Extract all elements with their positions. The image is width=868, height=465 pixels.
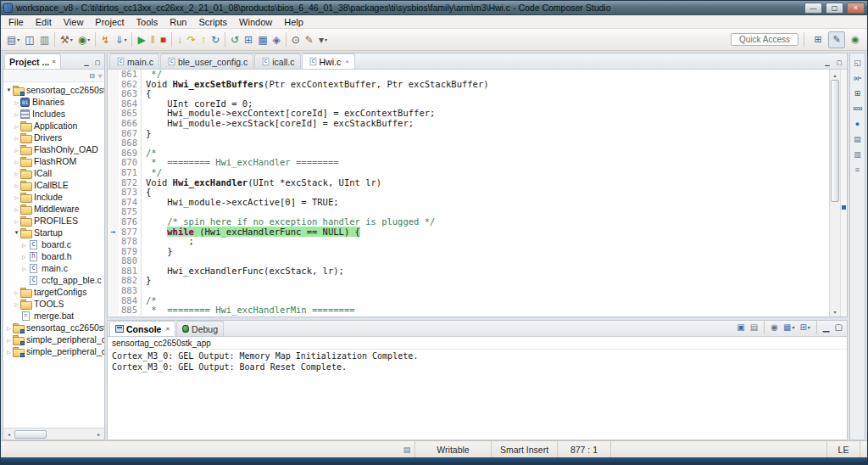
show-console-output-button[interactable]: ▣ <box>735 320 746 334</box>
tree-item-includes[interactable]: ▷Includes <box>3 108 104 120</box>
menu-run[interactable]: Run <box>164 16 192 28</box>
code-line-866[interactable]: 866 Hwi_module->excStack[coreId] = excSt… <box>108 119 829 129</box>
search-button[interactable]: ⊙ <box>289 31 303 48</box>
menu-view[interactable]: View <box>58 16 90 28</box>
expand-arrow-icon[interactable]: ▷ <box>5 349 13 355</box>
tree-item-flashonly-oad[interactable]: ▷FlashOnly_OAD <box>3 143 104 155</box>
menu-scripts[interactable]: Scripts <box>192 16 233 28</box>
close-icon[interactable]: × <box>52 58 56 65</box>
scrollbar-thumb[interactable] <box>14 430 47 439</box>
scroll-down-icon[interactable]: ▾ <box>830 306 840 317</box>
menu-tools[interactable]: Tools <box>131 16 164 28</box>
tree-item-drivers[interactable]: ▷Drivers <box>3 132 104 143</box>
tree-item-sensortag-cc2650stk[interactable]: ▷sensortag_cc2650stk_ <box>3 322 104 333</box>
editor-tab-hwi-c[interactable]: Hwi.c× <box>302 53 355 69</box>
tree-item-include[interactable]: ▷Include <box>3 191 104 203</box>
console-tab-debug[interactable]: Debug <box>176 321 224 336</box>
tree-item-tools[interactable]: ▷TOOLS <box>3 298 104 310</box>
view-menu-button[interactable]: ▿ <box>98 72 102 80</box>
expand-arrow-icon[interactable]: ▷ <box>13 147 20 153</box>
scroll-right-icon[interactable]: ▸ <box>93 429 104 440</box>
expand-arrow-icon[interactable]: ▷ <box>13 135 20 141</box>
flash-button[interactable]: ⇓▾ <box>112 31 129 48</box>
tree-item-ccfg-app-ble-c[interactable]: ccfg_app_ble.c <box>3 274 104 286</box>
expand-arrow-icon[interactable]: ▷ <box>13 159 20 165</box>
menu-project[interactable]: Project <box>89 16 130 28</box>
maximize-panel-button[interactable]: ▢ <box>92 59 103 66</box>
tree-item-merge-bat[interactable]: merge.bat <box>3 310 104 322</box>
build-button[interactable]: ⚒▾ <box>58 31 75 48</box>
modules-icon[interactable]: ▤ <box>851 133 864 145</box>
editor-tab-ble-user-config-c[interactable]: ble_user_config.c <box>160 53 253 69</box>
expand-arrow-icon[interactable]: ▷ <box>20 254 28 260</box>
expand-arrow-icon[interactable]: ▷ <box>13 171 20 176</box>
console-output[interactable]: Cortex_M3_0: GEL Output: Memory Map Init… <box>108 350 847 440</box>
memory-browser-icon[interactable]: ▥ <box>851 148 864 160</box>
expand-arrow-icon[interactable]: ▷ <box>13 218 20 224</box>
expand-arrow-icon[interactable]: ▷ <box>5 325 13 331</box>
project-tree-hscrollbar[interactable]: ◂ ▸ <box>3 428 104 440</box>
expand-arrow-icon[interactable]: ▷ <box>20 242 28 248</box>
display-console-button[interactable]: ▦▾ <box>782 320 796 334</box>
close-tab-icon[interactable]: × <box>165 325 170 333</box>
tab-project-explorer[interactable]: Project ... × <box>4 53 61 69</box>
collapse-arrow-icon[interactable]: ▼ <box>5 87 13 92</box>
code-line-885[interactable]: 885 * ======== Hwi_excHandlerMin =======… <box>108 305 829 316</box>
expand-arrow-icon[interactable]: ▷ <box>20 266 28 272</box>
save-button[interactable]: ◫ <box>22 31 36 48</box>
scrollbar-track[interactable] <box>831 80 839 306</box>
maximize-console-button[interactable]: ▢ <box>833 320 844 334</box>
step-into-button[interactable]: ↓ <box>175 31 185 48</box>
registers-button[interactable]: ⊞ <box>242 31 255 48</box>
overview-annotation[interactable] <box>842 205 846 210</box>
overview-ruler[interactable] <box>840 70 847 317</box>
editor-tab-main-c[interactable]: main.c <box>109 53 159 69</box>
tree-item-targetconfigs[interactable]: ▷targetConfigs <box>3 286 104 298</box>
expand-arrow-icon[interactable]: ▷ <box>13 289 20 295</box>
minimize-window-button[interactable]: — <box>804 3 822 14</box>
tree-item-binaries[interactable]: ▷Binaries <box>3 96 104 108</box>
tree-item-flashrom[interactable]: ▷FlashROM <box>3 155 104 167</box>
code-line-862[interactable]: 862Void Hwi_excSetBuffers(Ptr excContext… <box>108 80 829 90</box>
maximize-editor-button[interactable]: ▢ <box>834 59 844 66</box>
registers-icon[interactable]: 1010 <box>851 103 864 115</box>
collapse-all-button[interactable]: ⊟ <box>89 72 95 80</box>
expand-arrow-icon[interactable]: ▷ <box>13 301 20 307</box>
code-line-870[interactable]: 870 * ======== Hwi_excHandler ======== <box>108 158 829 168</box>
tree-item-board-c[interactable]: ▷board.c <box>3 238 104 250</box>
tree-item-sensortag-cc2650stk[interactable]: ▼sensortag_cc2650stk <box>3 84 104 96</box>
expand-arrow-icon[interactable]: ▷ <box>13 99 20 105</box>
connect-button[interactable]: ↯ <box>98 31 112 48</box>
tree-item-application[interactable]: ▷Application <box>3 120 104 132</box>
restart-button[interactable]: ↻ <box>209 31 222 48</box>
new-button[interactable]: ▤▾ <box>4 31 22 48</box>
expand-arrow-icon[interactable]: ▷ <box>13 194 20 200</box>
code-line-872[interactable]: 872Void Hwi_excHandler(UInt *excStack, U… <box>108 178 829 188</box>
tree-item-simple-peripheral-cc[interactable]: ▷simple_peripheral_cc <box>3 333 104 345</box>
code-line-876[interactable]: 876 /* spin here if no exception handler… <box>108 217 829 227</box>
refresh-button[interactable]: ↺ <box>228 31 242 48</box>
tree-item-simple-peripheral-cc[interactable]: ▷simple_peripheral_cc <box>3 345 104 357</box>
disassembly-icon[interactable]: ≡ <box>851 164 864 176</box>
tree-item-profiles[interactable]: ▷PROFILES <box>3 215 104 227</box>
restore-views-icon[interactable]: ◱ <box>851 57 864 69</box>
close-tab-icon[interactable]: × <box>345 58 349 65</box>
editor-tab-icall-c[interactable]: icall.c <box>254 53 300 69</box>
terminate-button[interactable]: ■ <box>158 31 169 48</box>
menu-help[interactable]: Help <box>278 16 309 28</box>
step-over-button[interactable]: ↷ <box>185 31 198 48</box>
ccs-edit-perspective-button[interactable]: ✎ <box>828 31 845 48</box>
expand-arrow-icon[interactable]: ▷ <box>13 182 20 188</box>
scroll-up-icon[interactable]: ▴ <box>830 70 840 80</box>
tree-item-board-h[interactable]: ▷board.h <box>3 250 104 262</box>
code-line-877[interactable]: →877 while (Hwi_excHandlerFunc == NULL) … <box>108 227 829 238</box>
print-button[interactable]: ▥ <box>37 31 52 48</box>
tree-item-icall[interactable]: ▷ICall <box>3 167 104 179</box>
breakpoints-icon[interactable]: ● <box>851 118 864 130</box>
code-line-879[interactable]: 879 } <box>108 247 829 257</box>
quick-access-box[interactable]: Quick Access <box>731 33 798 46</box>
memory-button[interactable]: ▦ <box>255 31 270 48</box>
expand-arrow-icon[interactable]: ▷ <box>13 206 20 212</box>
code-line-882[interactable]: 882} <box>108 276 829 286</box>
menu-file[interactable]: File <box>3 16 30 28</box>
